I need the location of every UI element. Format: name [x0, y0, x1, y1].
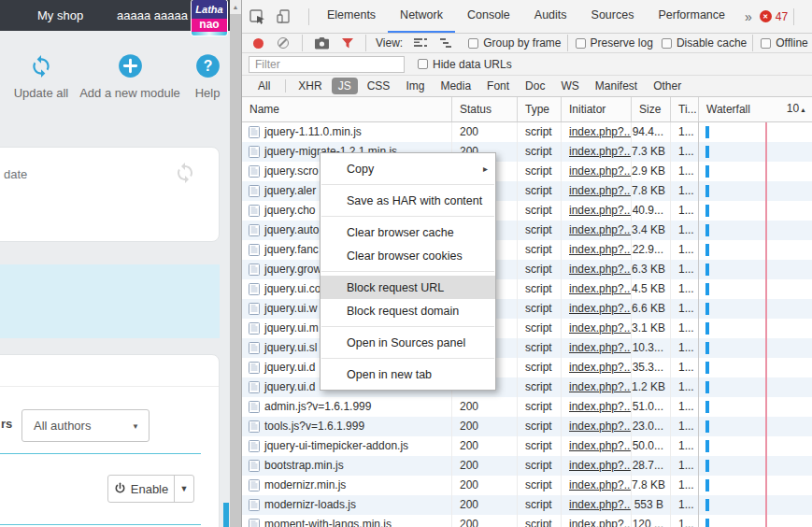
tab-performance[interactable]: Performance: [646, 0, 737, 33]
record-button[interactable]: [253, 38, 264, 49]
menu-item-block-request-url[interactable]: Block request URL: [321, 276, 495, 299]
tab-audits[interactable]: Audits: [522, 0, 579, 33]
request-status: 200: [451, 515, 517, 527]
initiator-link[interactable]: index.php?...: [569, 478, 631, 491]
menu-item-save-as-har-with-content[interactable]: Save as HAR with content: [321, 189, 495, 212]
request-name: jquery.auto: [264, 221, 319, 240]
update-all-button[interactable]: Update all: [7, 53, 75, 100]
filter-manifest[interactable]: Manifest: [589, 78, 644, 94]
initiator-link[interactable]: index.php?...: [569, 243, 631, 256]
shop-name-link[interactable]: My shop: [37, 0, 83, 31]
column-header-initiator[interactable]: Initiator: [561, 97, 631, 121]
initiator-link[interactable]: index.php?...: [569, 184, 631, 197]
initiator-link[interactable]: index.php?...: [569, 420, 631, 433]
preserve-log-checkbox[interactable]: [576, 38, 586, 49]
tab-network[interactable]: Network: [388, 0, 455, 33]
initiator-link[interactable]: index.php?...: [569, 125, 631, 138]
network-row[interactable]: jquery-1.11.0.min.js200scriptindex.php?.…: [242, 122, 812, 142]
network-row[interactable]: tools.js?v=1.6.1.999200scriptindex.php?.…: [242, 417, 812, 436]
initiator-link[interactable]: index.php?...: [569, 498, 631, 511]
request-size: 2.9 KB: [631, 162, 670, 181]
request-size: 4.5 KB: [631, 279, 670, 299]
initiator-link[interactable]: index.php?...: [569, 380, 631, 393]
filter-funnel-icon[interactable]: [342, 38, 353, 49]
error-badge[interactable]: ✕ 47: [760, 10, 788, 23]
offline-checkbox[interactable]: [761, 38, 771, 49]
enable-button[interactable]: Enable: [108, 476, 174, 502]
enable-dropdown-caret[interactable]: ▼: [174, 476, 193, 502]
filter-other[interactable]: Other: [647, 78, 688, 94]
enable-split-button[interactable]: Enable ▼: [107, 475, 194, 503]
card-refresh-icon[interactable]: [174, 162, 196, 188]
initiator-link[interactable]: index.php?...: [569, 518, 631, 527]
network-row[interactable]: jquery-ui-timepicker-addon.js200scriptin…: [242, 436, 812, 456]
column-header-size[interactable]: Size: [631, 97, 670, 121]
filter-js[interactable]: JS: [332, 78, 358, 94]
menu-item-block-request-domain[interactable]: Block request domain: [321, 299, 495, 322]
filter-xhr[interactable]: XHR: [292, 78, 328, 94]
column-header-waterfall[interactable]: Waterfall 10▲: [698, 97, 812, 121]
filter-ws[interactable]: WS: [554, 78, 585, 94]
initiator-link[interactable]: index.php?...: [569, 204, 631, 217]
filter-input[interactable]: [249, 56, 405, 73]
network-row[interactable]: modernizr.min.js200scriptindex.php?...7.…: [242, 476, 812, 495]
tab-sources[interactable]: Sources: [579, 0, 647, 33]
initiator-link[interactable]: index.php?...: [569, 164, 631, 178]
initiator-link[interactable]: index.php?...: [569, 341, 631, 354]
kebab-menu-icon[interactable]: ⋮: [800, 9, 812, 24]
filter-img[interactable]: Img: [399, 78, 431, 94]
request-type: script: [517, 299, 561, 319]
capture-screenshots-icon[interactable]: [315, 37, 329, 50]
add-module-button[interactable]: Add a new module: [78, 53, 181, 100]
request-name: jquery.ui.m: [264, 319, 319, 338]
initiator-link[interactable]: index.php?...: [569, 439, 631, 452]
filter-font[interactable]: Font: [480, 78, 516, 94]
inspect-element-icon[interactable]: [249, 9, 265, 24]
more-tabs-icon[interactable]: »: [737, 9, 760, 24]
page-scrollbar[interactable]: ▲: [230, 0, 241, 527]
column-header-name[interactable]: Name: [242, 97, 451, 121]
network-row[interactable]: modernizr-loads.js200scriptindex.php?...…: [242, 495, 812, 515]
initiator-link[interactable]: index.php?...: [569, 321, 631, 335]
network-row[interactable]: moment-with-langs.min.js200scriptindex.p…: [242, 515, 812, 527]
scrollbar-up-icon[interactable]: ▲: [230, 0, 241, 14]
initiator-link[interactable]: index.php?...: [569, 361, 631, 374]
tab-console[interactable]: Console: [455, 0, 522, 33]
divider: [0, 524, 201, 525]
tab-elements[interactable]: Elements: [315, 0, 388, 33]
device-toolbar-icon[interactable]: [277, 9, 292, 23]
show-overview-icon[interactable]: [440, 37, 453, 49]
large-rows-icon[interactable]: [414, 37, 427, 49]
filter-media[interactable]: Media: [434, 78, 477, 94]
initiator-link[interactable]: index.php?...: [569, 263, 631, 276]
menu-item-clear-browser-cookies[interactable]: Clear browser cookies: [321, 244, 495, 267]
hide-data-urls-checkbox[interactable]: [418, 59, 428, 69]
initiator-link[interactable]: index.php?...: [569, 400, 631, 413]
column-header-time[interactable]: Ti...: [670, 97, 698, 121]
disable-cache-checkbox[interactable]: [662, 38, 672, 49]
request-time: 1...: [670, 142, 698, 162]
clear-log-icon[interactable]: [278, 37, 289, 49]
initiator-link[interactable]: index.php?...: [569, 459, 631, 472]
filter-doc[interactable]: Doc: [519, 78, 551, 94]
filter-all[interactable]: All: [251, 78, 277, 94]
network-row[interactable]: admin.js?v=1.6.1.999200scriptindex.php?.…: [242, 397, 812, 417]
authors-select[interactable]: All authors ▼: [21, 409, 150, 442]
menu-item-open-in-new-tab[interactable]: Open in new tab: [321, 363, 495, 386]
column-header-type[interactable]: Type: [517, 97, 561, 121]
user-menu[interactable]: aaaaa aaaaa▾: [117, 0, 196, 33]
filter-css[interactable]: CSS: [361, 78, 397, 94]
group-by-frame-checkbox[interactable]: [468, 38, 478, 49]
initiator-link[interactable]: index.php?...: [569, 302, 631, 315]
network-row[interactable]: bootstrap.min.js200scriptindex.php?...28…: [242, 456, 812, 476]
divider: [308, 8, 309, 25]
help-button[interactable]: ? Help: [183, 53, 232, 100]
column-header-status[interactable]: Status: [451, 97, 517, 121]
initiator-link[interactable]: index.php?...: [569, 145, 631, 158]
menu-item-open-in-sources-panel[interactable]: Open in Sources panel: [321, 331, 495, 354]
initiator-link[interactable]: index.php?...: [569, 223, 631, 236]
initiator-link[interactable]: index.php?...: [569, 282, 631, 295]
menu-item-clear-browser-cache[interactable]: Clear browser cache: [321, 221, 495, 244]
help-label: Help: [183, 86, 232, 100]
menu-item-copy[interactable]: Copy▸: [321, 157, 495, 180]
